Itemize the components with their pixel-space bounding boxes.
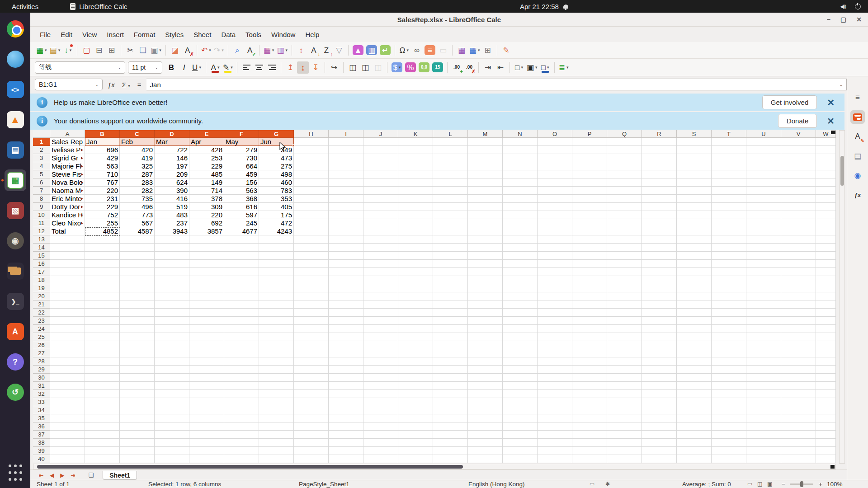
cell-H3[interactable] <box>294 154 329 162</box>
cell-A23[interactable] <box>50 317 85 325</box>
cell-P27[interactable] <box>572 349 607 357</box>
cell-S9[interactable] <box>677 203 712 211</box>
cell-U34[interactable] <box>746 406 781 414</box>
print-area-button[interactable]: ▦ <box>456 44 467 56</box>
cell-R19[interactable] <box>642 284 677 292</box>
cell-H34[interactable] <box>294 406 329 414</box>
cell-P16[interactable] <box>572 260 607 268</box>
cell-N10[interactable] <box>503 211 538 219</box>
cell-P12[interactable] <box>572 227 607 235</box>
cell-W14[interactable] <box>816 244 836 252</box>
cell-K14[interactable] <box>398 244 433 252</box>
cell-A3[interactable]: Sigrid Gr <box>50 154 85 162</box>
cell-L7[interactable] <box>433 187 468 195</box>
cell-L17[interactable] <box>433 268 468 276</box>
cell-L15[interactable] <box>433 252 468 260</box>
cell-A25[interactable] <box>50 333 85 341</box>
cell-H40[interactable] <box>294 455 329 463</box>
donate-button[interactable]: Donate <box>778 114 817 128</box>
cell-T11[interactable] <box>712 219 746 227</box>
cell-P15[interactable] <box>572 252 607 260</box>
cell-W17[interactable] <box>816 268 836 276</box>
cell-M40[interactable] <box>468 455 503 463</box>
cell-R40[interactable] <box>642 455 677 463</box>
cell-F23[interactable] <box>224 317 259 325</box>
cell-D34[interactable] <box>155 406 189 414</box>
cell-G31[interactable] <box>259 382 294 390</box>
cell-K20[interactable] <box>398 292 433 300</box>
cell-E3[interactable]: 253 <box>189 154 224 162</box>
cell-D25[interactable] <box>155 333 189 341</box>
cell-M21[interactable] <box>468 300 503 309</box>
cell-N32[interactable] <box>503 390 538 398</box>
cell-N5[interactable] <box>503 170 538 178</box>
zoom-level[interactable]: 100% <box>827 480 843 488</box>
next-sheet-button[interactable]: ▶ <box>58 472 66 479</box>
cell-U39[interactable] <box>746 447 781 455</box>
cell-K25[interactable] <box>398 333 433 341</box>
cell-K23[interactable] <box>398 317 433 325</box>
cell-D6[interactable]: 624 <box>155 178 189 187</box>
cell-E38[interactable] <box>189 439 224 447</box>
cell-J39[interactable] <box>363 447 398 455</box>
cell-M4[interactable] <box>468 162 503 170</box>
cell-K5[interactable] <box>398 170 433 178</box>
cell-B9[interactable]: 229 <box>85 203 120 211</box>
cell-D9[interactable]: 519 <box>155 203 189 211</box>
cell-O19[interactable] <box>538 284 572 292</box>
cell-W1[interactable] <box>816 138 836 146</box>
sidebar-settings-button[interactable]: ≡ <box>850 91 865 104</box>
cell-G34[interactable] <box>259 406 294 414</box>
col-header-Q[interactable]: Q <box>607 130 642 138</box>
cell-E36[interactable] <box>189 422 224 431</box>
cell-V28[interactable] <box>781 357 816 366</box>
cell-D4[interactable]: 197 <box>155 162 189 170</box>
insert-image-button[interactable]: ▲ <box>353 45 363 55</box>
cell-K11[interactable] <box>398 219 433 227</box>
cell-K38[interactable] <box>398 439 433 447</box>
col-header-T[interactable]: T <box>712 130 746 138</box>
cell-R18[interactable] <box>642 276 677 284</box>
cell-R6[interactable] <box>642 178 677 187</box>
cell-G33[interactable] <box>259 398 294 406</box>
cell-J7[interactable] <box>363 187 398 195</box>
cell-L23[interactable] <box>433 317 468 325</box>
cell-Q12[interactable] <box>607 227 642 235</box>
cell-E33[interactable] <box>189 398 224 406</box>
cell-J38[interactable] <box>363 439 398 447</box>
cell-G40[interactable] <box>259 455 294 463</box>
clone-formatting-button[interactable]: ◪ <box>169 44 181 56</box>
cell-B22[interactable] <box>85 309 120 317</box>
cell-D5[interactable]: 209 <box>155 170 189 178</box>
cell-K31[interactable] <box>398 382 433 390</box>
cell-B32[interactable] <box>85 390 120 398</box>
cell-A34[interactable] <box>50 406 85 414</box>
cell-L31[interactable] <box>433 382 468 390</box>
cell-B36[interactable] <box>85 422 120 431</box>
cell-V22[interactable] <box>781 309 816 317</box>
cell-U16[interactable] <box>746 260 781 268</box>
software-updater-icon[interactable]: ↺ <box>5 381 26 403</box>
cell-O10[interactable] <box>538 211 572 219</box>
cell-C30[interactable] <box>120 374 155 382</box>
cell-L25[interactable] <box>433 333 468 341</box>
cell-N13[interactable] <box>503 235 538 244</box>
cell-C21[interactable] <box>120 300 155 309</box>
cell-Q15[interactable] <box>607 252 642 260</box>
cell-N30[interactable] <box>503 374 538 382</box>
cell-G28[interactable] <box>259 357 294 366</box>
cell-E13[interactable] <box>189 235 224 244</box>
gimp-icon[interactable]: ◉ <box>5 230 26 252</box>
align-top-button[interactable]: ↥ <box>284 61 296 74</box>
cell-B30[interactable] <box>85 374 120 382</box>
cell-C19[interactable] <box>120 284 155 292</box>
cell-D22[interactable] <box>155 309 189 317</box>
cell-O13[interactable] <box>538 235 572 244</box>
cell-D7[interactable]: 390 <box>155 187 189 195</box>
col-header-H[interactable]: H <box>294 130 329 138</box>
cell-J35[interactable] <box>363 414 398 422</box>
cell-N25[interactable] <box>503 333 538 341</box>
cell-I19[interactable] <box>329 284 363 292</box>
cell-J34[interactable] <box>363 406 398 414</box>
cell-E24[interactable] <box>189 325 224 333</box>
